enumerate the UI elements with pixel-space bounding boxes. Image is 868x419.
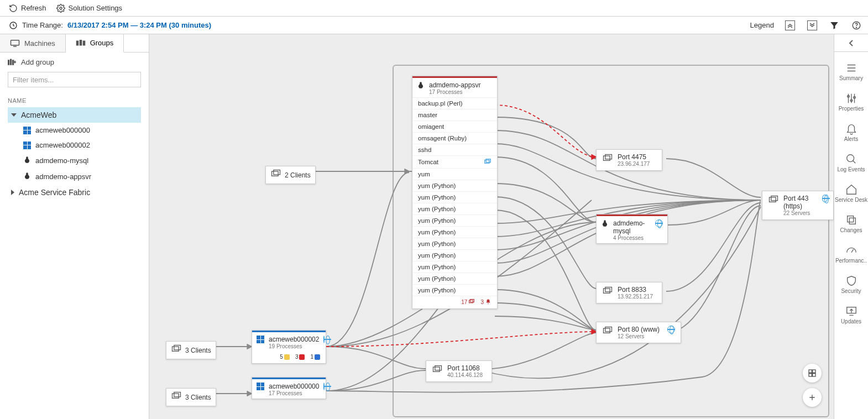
time-range-value[interactable]: 6/13/2017 2:54 PM — 3:24 PM (30 minutes)	[67, 21, 211, 29]
refresh-icon	[9, 4, 18, 13]
process-item[interactable]: yum (Python)	[412, 203, 497, 215]
process-item[interactable]: yum (Python)	[412, 227, 497, 238]
rail-summary[interactable]: Summary	[834, 61, 868, 82]
badge-count: 3	[480, 299, 484, 305]
process-item[interactable]: yum (Python)	[412, 250, 497, 261]
globe-icon	[655, 219, 663, 227]
svg-rect-9	[10, 59, 12, 65]
badge-count: 17	[461, 299, 467, 305]
rail-performance[interactable]: Performanc..	[834, 243, 868, 265]
badge-dot	[315, 354, 320, 360]
svg-rect-12	[274, 170, 280, 175]
process-item[interactable]: yum (Python)	[412, 192, 497, 203]
machine-acmeweb000002[interactable]: acmeweb000002	[8, 138, 141, 153]
machine-admdemo-appsvr[interactable]: admdemo-appsvr	[8, 169, 141, 185]
svg-rect-13	[172, 347, 179, 351]
stack-icon	[768, 195, 779, 207]
process-item[interactable]: yum	[412, 169, 497, 180]
clients-node-2[interactable]: 2 Clients	[265, 166, 316, 184]
group-acme-service-fabric[interactable]: Acme Service Fabric	[8, 185, 141, 200]
tab-groups-label: Groups	[90, 39, 114, 47]
port-node-11068[interactable]: Port 1106840.114.46.128	[426, 360, 492, 382]
machine-subtitle: 4 Processes	[613, 235, 651, 241]
group-label: Acme Service Fabric	[19, 188, 90, 197]
stack-icon	[432, 364, 443, 377]
rail-alerts[interactable]: Alerts	[834, 122, 868, 143]
process-item[interactable]: omsagent (Ruby)	[412, 133, 497, 144]
clients-node-3b[interactable]: 3 Clients	[166, 388, 216, 406]
tab-machines[interactable]: Machines	[0, 34, 66, 52]
port-node-8833[interactable]: Port 883313.92.251.217	[596, 282, 662, 303]
filter-button[interactable]	[828, 19, 840, 32]
port-subtitle: 23.96.24.177	[618, 161, 650, 167]
sliders-icon	[845, 92, 857, 104]
globe-icon	[323, 336, 325, 343]
stack-icon	[602, 326, 613, 338]
port-node-443[interactable]: Port 443 (https)22 Servers	[762, 191, 834, 220]
badge-count: 3	[295, 354, 299, 360]
machine-node-appsvr[interactable]: admdemo-appsvr 17 Processes backup.pl (P…	[412, 76, 498, 309]
monitor-arrow-icon	[845, 305, 857, 317]
machine-footer-badges: 17 3	[412, 296, 497, 308]
copy-icon	[845, 214, 857, 226]
search-icon	[845, 153, 857, 165]
chevrons-up-icon	[787, 23, 793, 28]
svg-point-3	[856, 27, 856, 28]
rail-security[interactable]: Security	[834, 274, 868, 295]
tab-machines-label: Machines	[24, 39, 55, 48]
process-item[interactable]: yum (Python)	[412, 238, 497, 250]
process-item[interactable]: yum (Python)	[412, 285, 497, 296]
collapse-all-button[interactable]	[784, 19, 796, 32]
process-item[interactable]: yum (Python)	[412, 180, 497, 192]
linux-icon	[23, 172, 31, 181]
machine-subtitle: 17 Processes	[269, 390, 319, 396]
port-node-80[interactable]: Port 80 (www)12 Servers	[596, 322, 681, 343]
solution-settings-button[interactable]: Solution Settings	[56, 4, 123, 13]
plus-icon	[808, 393, 817, 402]
process-item[interactable]: sshd	[412, 144, 497, 156]
clients-node-3a[interactable]: 3 Clients	[166, 341, 216, 359]
bell-icon	[845, 123, 857, 135]
house-icon	[845, 184, 857, 196]
legend-button[interactable]: Legend	[750, 21, 774, 29]
badge-dot	[299, 354, 305, 360]
help-button[interactable]	[850, 19, 862, 32]
tab-groups[interactable]: Groups	[66, 34, 124, 53]
process-item[interactable]: master	[412, 109, 497, 121]
left-sidebar: Machines Groups Add group NAME AcmeWeb	[0, 34, 149, 419]
machine-node-acmeweb000000[interactable]: acmeweb000000 17 Processes	[252, 377, 326, 399]
filter-input[interactable]	[8, 72, 141, 87]
process-item[interactable]: yum (Python)	[412, 261, 497, 273]
machine-node-acmeweb000002[interactable]: acmeweb000002 19 Processes 5 3 1	[252, 330, 326, 364]
rail-updates[interactable]: Updates	[834, 304, 868, 326]
fit-to-screen-button[interactable]	[803, 364, 822, 383]
process-item[interactable]: backup.pl (Perl)	[412, 98, 497, 109]
globe-icon	[323, 383, 325, 390]
port-title: Port 4475	[618, 153, 650, 161]
refresh-label: Refresh	[21, 4, 46, 12]
rail-changes[interactable]: Changes	[834, 213, 868, 234]
port-node-4475[interactable]: Port 447523.96.24.177	[596, 149, 662, 171]
machine-title: acmeweb000000	[269, 383, 319, 390]
process-item[interactable]: omiagent	[412, 121, 497, 133]
rail-service-desk[interactable]: Service Desk	[834, 182, 868, 204]
rail-properties[interactable]: Properties	[834, 91, 868, 113]
process-item[interactable]: yum (Python)	[412, 273, 497, 285]
machine-node-mysql[interactable]: admdemo-mysql 4 Processes	[596, 214, 668, 244]
rail-collapse-button[interactable]	[834, 34, 868, 52]
machine-acmeweb000000[interactable]: acmeweb000000	[8, 123, 141, 138]
group-acmeweb[interactable]: AcmeWeb	[8, 107, 141, 123]
stack-icon	[468, 298, 475, 305]
process-list: backup.pl (Perl)masteromiagentomsagent (…	[412, 97, 497, 296]
add-group-button[interactable]: Add group	[8, 58, 141, 66]
gear-icon	[56, 4, 65, 13]
rail-log-events[interactable]: Log Events	[834, 152, 868, 174]
refresh-button[interactable]: Refresh	[9, 4, 46, 13]
process-item[interactable]: Tomcat	[412, 156, 497, 169]
expand-all-button[interactable]	[806, 19, 818, 32]
servers-icon	[76, 39, 86, 47]
zoom-in-button[interactable]	[803, 388, 822, 407]
machine-admdemo-mysql[interactable]: admdemo-mysql	[8, 153, 141, 169]
dependency-map-canvas[interactable]: 2 Clients 3 Clients 3 Clients acmeweb000…	[149, 34, 834, 419]
process-item[interactable]: yum (Python)	[412, 215, 497, 227]
